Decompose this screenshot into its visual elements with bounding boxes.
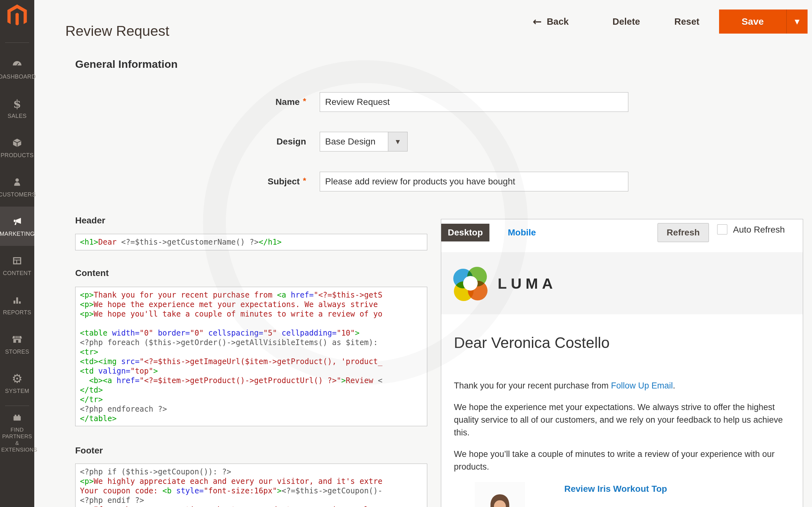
stores-icon <box>12 333 22 346</box>
subject-label: Subject* <box>75 172 306 191</box>
reset-button[interactable]: Reset <box>674 16 699 27</box>
sidebar-item-sales[interactable]: $ SALES <box>0 89 34 128</box>
page-title: Review Request <box>65 23 169 39</box>
subject-input[interactable] <box>320 172 628 191</box>
sidebar-item-label: STORES <box>5 348 29 355</box>
customers-icon <box>12 176 22 188</box>
name-input[interactable] <box>320 92 628 112</box>
luma-brand-name: LUMA <box>498 266 557 300</box>
content-code-editor[interactable]: <p>Thank you for your recent purchase fr… <box>75 287 427 426</box>
product-image <box>475 482 525 507</box>
sidebar-item-label: SYSTEM <box>5 388 29 395</box>
admin-sidebar: DASHBOARD $ SALES PRODUCTS CUSTOMERS <box>0 0 34 507</box>
sidebar-nav: DASHBOARD $ SALES PRODUCTS CUSTOMERS <box>0 49 34 456</box>
header-field-label: Header <box>75 216 105 226</box>
save-button[interactable]: Save <box>719 9 786 34</box>
chevron-down-icon: ▼ <box>795 18 799 25</box>
marketing-icon <box>12 215 22 228</box>
email-paragraph: Thank you for your recent purchase from … <box>454 379 787 392</box>
delete-button[interactable]: Delete <box>612 16 640 27</box>
sidebar-item-content[interactable]: CONTENT <box>0 246 34 285</box>
select-arrow-button[interactable]: ▼ <box>388 132 407 151</box>
sidebar-item-label: REPORTS <box>3 309 32 316</box>
save-dropdown-button[interactable]: ▼ <box>786 9 808 34</box>
template-form: General Information Name* Design Base De… <box>75 0 427 507</box>
required-asterisk: * <box>303 96 306 106</box>
luma-logo-icon <box>453 266 488 300</box>
footer-code-editor[interactable]: <?php if ($this->getCoupon()): ?><p>We h… <box>75 464 427 507</box>
sales-icon: $ <box>13 97 21 110</box>
sidebar-item-products[interactable]: PRODUCTS <box>0 128 34 167</box>
sidebar-item-label: SALES <box>8 112 27 119</box>
page-actions: ← Back Delete Reset Save ▼ <box>532 9 808 34</box>
design-select-value: Base Design <box>320 132 388 151</box>
tab-mobile[interactable]: Mobile <box>508 224 536 241</box>
design-label: Design <box>75 132 306 152</box>
auto-refresh-checkbox[interactable] <box>717 224 727 234</box>
email-preview-panel: Desktop Mobile Refresh Auto Refresh LUMA… <box>441 219 803 507</box>
sidebar-item-label: CONTENT <box>3 270 32 277</box>
sidebar-item-marketing[interactable]: MARKETING <box>0 207 34 246</box>
name-label: Name* <box>75 92 306 112</box>
reports-icon <box>12 294 22 306</box>
sidebar-divider <box>5 406 29 406</box>
sidebar-item-stores[interactable]: STORES <box>0 325 34 364</box>
review-product-link[interactable]: Review Iris Workout Top <box>564 484 667 507</box>
required-asterisk: * <box>303 176 306 185</box>
sidebar-item-system[interactable]: ⚙ SYSTEM <box>0 364 34 403</box>
sidebar-item-dashboard[interactable]: DASHBOARD <box>0 49 34 89</box>
tab-desktop[interactable]: Desktop <box>441 224 490 241</box>
magento-admin-review-request-page: DASHBOARD $ SALES PRODUCTS CUSTOMERS <box>0 0 812 507</box>
email-body: Dear Veronica Costello Thank you for you… <box>454 314 791 507</box>
sidebar-item-label: PRODUCTS <box>1 152 34 159</box>
products-icon <box>12 136 22 149</box>
section-title: General Information <box>75 58 177 70</box>
sidebar-item-customers[interactable]: CUSTOMERS <box>0 167 34 207</box>
back-button[interactable]: ← Back <box>532 15 569 28</box>
content-icon <box>12 255 22 267</box>
follow-up-email-link[interactable]: Follow Up Email <box>611 381 673 390</box>
dashboard-icon <box>12 58 22 71</box>
sidebar-item-label: FIND PARTNERS & EXTENSIONS <box>1 427 33 453</box>
back-arrow-icon: ← <box>532 15 542 28</box>
auto-refresh-label: Auto Refresh <box>733 224 785 236</box>
magento-logo-icon[interactable] <box>7 4 27 28</box>
header-code-editor[interactable]: <h1>Dear <?=$this->getCustomerName() ?><… <box>75 234 427 250</box>
email-paragraph: We hope you’ll take a couple of minutes … <box>454 448 787 473</box>
find-partners-icon <box>12 411 22 424</box>
email-header-band: LUMA <box>441 252 803 314</box>
email-paragraph: We hope the experience met your expectat… <box>454 401 787 439</box>
footer-field-label: Footer <box>75 446 103 456</box>
refresh-button[interactable]: Refresh <box>658 223 709 242</box>
system-icon: ⚙ <box>12 372 22 385</box>
sidebar-item-label: MARKETING <box>0 230 35 237</box>
content-field-label: Content <box>75 268 109 278</box>
save-split-button: Save ▼ <box>719 9 808 34</box>
sidebar-item-label: DASHBOARD <box>0 73 36 80</box>
sidebar-item-reports[interactable]: REPORTS <box>0 285 34 325</box>
sidebar-item-label: CUSTOMERS <box>0 191 36 198</box>
design-select[interactable]: Base Design ▼ <box>320 132 408 152</box>
email-greeting: Dear Veronica Costello <box>454 334 791 351</box>
product-row: Review Iris Workout Top <box>454 482 791 507</box>
chevron-down-icon: ▼ <box>396 138 400 145</box>
sidebar-item-find-partners[interactable]: FIND PARTNERS & EXTENSIONS <box>0 408 34 456</box>
sidebar-divider <box>5 43 29 43</box>
